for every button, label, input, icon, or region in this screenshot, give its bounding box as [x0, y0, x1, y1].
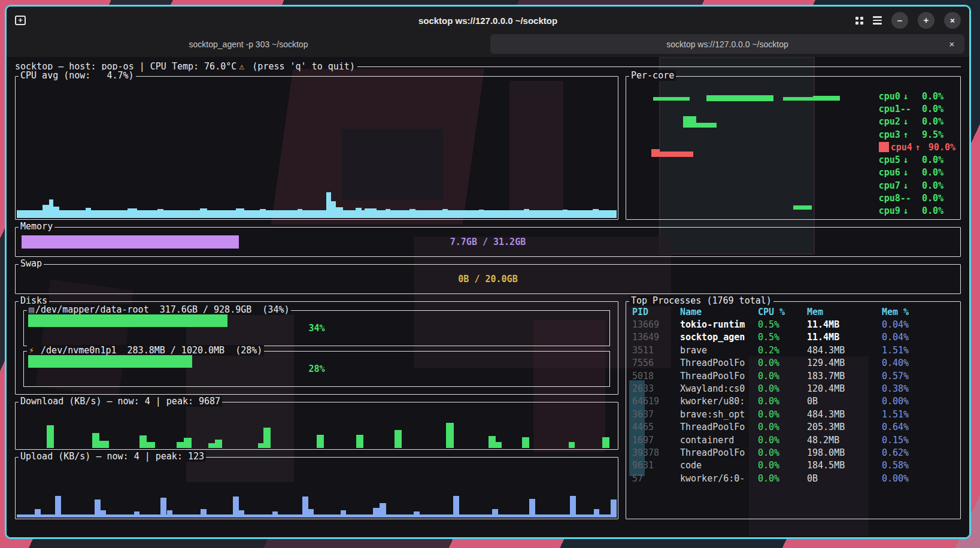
core-row: cpu4↑90.0%	[879, 141, 955, 153]
spark-bar	[239, 510, 244, 517]
trend-icon: ↓	[900, 155, 911, 165]
spark-bar	[529, 499, 535, 517]
col-memp: Mem %	[882, 307, 955, 317]
spark-bar	[569, 442, 575, 448]
disk-title: ▤/dev/mapper/data-root 317.6GB / 928.9GB…	[27, 304, 291, 315]
process-cell: code	[680, 460, 758, 471]
process-cell: 0.64%	[882, 422, 955, 432]
memory-panel: Memory 7.7GB / 31.2GB	[15, 227, 961, 257]
core-name: cpu2	[879, 116, 900, 127]
tab-socktop-agent[interactable]: socktop_agent -p 303 ~/socktop	[11, 34, 486, 54]
spark-bar	[167, 510, 172, 517]
spark-bar	[409, 209, 415, 218]
process-cell: 0.2%	[758, 345, 807, 356]
process-cell: 0B	[807, 396, 882, 407]
terminal-screen[interactable]: socktop — host: pop-os | CPU Temp: 76.0°…	[7, 57, 969, 537]
tab-socktop-active[interactable]: socktop ws://127.0.0.0 ~/socktop ×	[490, 34, 964, 54]
spark-bar	[356, 435, 363, 448]
core-value: 0.0%	[911, 155, 943, 165]
spark-bar	[92, 433, 99, 448]
trend-icon: ↓	[900, 167, 911, 178]
spark-bar	[236, 208, 244, 218]
spark-bar	[139, 435, 147, 448]
core-name: cpu1	[879, 104, 900, 114]
spark-bar	[233, 496, 239, 517]
core-name: cpu5	[879, 155, 900, 165]
core-value: 0.0%	[911, 180, 943, 191]
col-cpu: CPU %	[758, 307, 807, 317]
menu-icon[interactable]	[873, 16, 882, 25]
process-cell: 0B	[807, 473, 882, 484]
process-cell: 198.0MB	[807, 447, 882, 458]
process-cell: socktop_agen	[680, 332, 758, 343]
core-row: cpu2↓0.0%	[879, 116, 955, 128]
core-activity-segment	[783, 97, 813, 101]
process-cell: 11.4MB	[807, 332, 882, 343]
process-row: 4465ThreadPoolFo0.0%205.3MB0.64%	[632, 421, 955, 434]
process-cell: 120.4MB	[807, 383, 882, 394]
process-cell: ThreadPoolFo	[680, 422, 758, 432]
process-row: 7556ThreadPoolFo0.0%129.4MB0.40%	[632, 357, 955, 370]
spark-baseline	[17, 514, 617, 517]
panel-title: Memory	[19, 221, 54, 232]
trend-icon: --	[900, 193, 911, 204]
minimize-button[interactable]: −	[891, 12, 908, 29]
core-activity-segment	[683, 116, 696, 128]
swap-panel: Swap 0B / 20.0GB	[15, 264, 961, 294]
process-cell: 64619	[632, 396, 680, 407]
trend-icon: ↑	[900, 129, 911, 140]
spark-bar	[49, 199, 53, 218]
process-cell: 0.0%	[758, 460, 807, 471]
process-cell: containerd	[680, 435, 758, 446]
process-cell: 129.4MB	[807, 358, 882, 368]
process-cell: 0.0%	[758, 358, 807, 368]
process-cell: ThreadPoolFo	[680, 371, 758, 382]
spark-bar	[200, 208, 207, 218]
process-cell: 57	[632, 473, 680, 484]
core-row: cpu0↓0.0%	[879, 90, 955, 102]
tiling-icon[interactable]	[855, 17, 863, 25]
panel-title: Swap	[19, 258, 44, 269]
spark-bar	[177, 442, 184, 448]
process-cell: 0.0%	[758, 447, 807, 458]
spark-bar	[201, 509, 207, 517]
process-row: 1697containerd0.0%48.2MB0.15%	[632, 434, 955, 446]
spark-bar	[208, 443, 215, 448]
spark-bar	[380, 503, 386, 517]
spark-bar	[594, 509, 599, 517]
tab-label: socktop_agent -p 303 ~/socktop	[189, 40, 308, 49]
tab-close-icon[interactable]: ×	[946, 39, 957, 50]
core-row: cpu1--0.0%	[879, 102, 955, 115]
core-value: 0.0%	[911, 116, 943, 127]
spark-bar	[373, 508, 380, 517]
spark-bar	[563, 210, 568, 218]
process-cell: kworker/u80:	[680, 396, 758, 407]
hot-core-marker	[879, 142, 889, 152]
spark-bar	[365, 208, 377, 218]
process-row: 2633Xwayland:cs00.0%120.4MB0.38%	[632, 382, 955, 395]
process-cell: brave:sh_opt	[680, 409, 758, 420]
process-row: 5018ThreadPoolFo0.0%183.7MB0.57%	[632, 370, 955, 382]
process-row: 13649socktop_agen0.5%11.4MB0.04%	[632, 331, 955, 344]
spark-bar	[611, 499, 617, 517]
window-title: socktop ws://127.0.0.0 ~/socktop	[7, 16, 969, 26]
panel-title: Download (KB/s) — now: 4 | peak: 9687	[19, 396, 222, 407]
close-button[interactable]: ×	[944, 12, 961, 29]
new-tab-icon[interactable]	[15, 16, 26, 25]
core-activity-segment	[793, 205, 812, 210]
disk-percent: 28%	[24, 364, 609, 374]
spark-bar	[602, 437, 609, 448]
per-core-list: cpu0↓0.0%cpu1--0.0%cpu2↓0.0%cpu3↑9.5%cpu…	[879, 90, 955, 217]
core-row: cpu7↓0.0%	[879, 179, 955, 192]
process-cell: 0.40%	[882, 358, 955, 368]
upload-panel: Upload (KB/s) — now: 4 | peak: 123	[15, 457, 618, 519]
spark-bar	[356, 208, 362, 218]
spark-bar	[308, 509, 314, 517]
titlebar[interactable]: socktop ws://127.0.0.0 ~/socktop − + ×	[7, 7, 969, 34]
core-value: 0.0%	[911, 193, 943, 204]
spark-bar	[134, 511, 139, 517]
process-cell: 184.5MB	[807, 460, 882, 471]
maximize-button[interactable]: +	[918, 12, 935, 29]
process-cell: Xwayland:cs0	[680, 383, 758, 394]
core-name: cpu6	[879, 167, 900, 178]
